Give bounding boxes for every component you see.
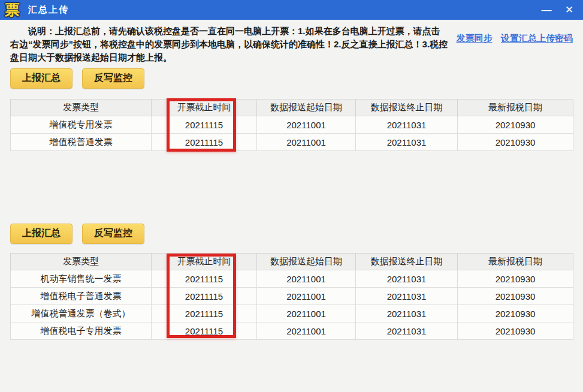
table-cell: 20211001	[257, 116, 356, 134]
table-cell: 20210930	[458, 322, 573, 340]
table-cell: 增值税专用发票	[11, 116, 152, 134]
table-cell: 20211115	[152, 288, 257, 305]
table-row: 机动车销售统一发票 20211115 20211001 20211031 202…	[11, 270, 573, 288]
report-summary-button-1[interactable]: 上报汇总	[10, 68, 73, 89]
invoice-table-2: 发票类型 开票截止时间 数据报送起始日期 数据报送终止日期 最新报税日期 机动车…	[10, 253, 573, 340]
invoice-table-1-wrap: 发票类型 开票截止时间 数据报送起始日期 数据报送终止日期 最新报税日期 增值税…	[10, 99, 573, 151]
window-title: 汇总上传	[28, 4, 69, 16]
column-header-report-start-date: 数据报送起始日期	[257, 99, 356, 116]
report-summary-button-2[interactable]: 上报汇总	[10, 224, 73, 244]
table-row: 增值税普通发票 20211115 20211001 20211031 20210…	[11, 134, 573, 151]
column-header-latest-tax-date: 最新报税日期	[458, 254, 573, 270]
table-row: 增值税电子专用发票 20211115 20211001 20211031 202…	[11, 322, 573, 340]
table-header-row: 发票类型 开票截止时间 数据报送起始日期 数据报送终止日期 最新报税日期	[11, 99, 573, 116]
table-cell: 20211031	[356, 270, 458, 288]
column-header-issue-deadline: 开票截止时间	[152, 99, 257, 116]
table-cell: 增值税电子普通发票	[11, 288, 152, 305]
table-cell: 20211031	[356, 305, 458, 322]
table-cell: 20211031	[356, 134, 458, 151]
table-cell: 机动车销售统一发票	[11, 270, 152, 288]
column-header-report-end-date: 数据报送终止日期	[356, 254, 458, 270]
table-cell: 20211115	[152, 305, 257, 322]
table-cell: 20211115	[152, 134, 257, 151]
table-cell: 增值税普通发票（卷式）	[11, 305, 152, 322]
close-icon[interactable]: ✕	[563, 5, 576, 15]
column-header-issue-deadline: 开票截止时间	[152, 254, 257, 270]
table-cell: 20210930	[458, 288, 573, 305]
table-row: 增值税电子普通发票 20211115 20211001 20211031 202…	[11, 288, 573, 305]
table-cell: 20211031	[356, 116, 458, 134]
notice-text: 说明：上报汇总前，请先确认该税控盘是否一直在同一电脑上开票：1.如果在多台电脑上…	[10, 25, 448, 64]
table-row: 增值税专用发票 20211115 20211001 20211031 20210…	[11, 116, 573, 134]
invoice-sync-link[interactable]: 发票同步	[457, 33, 493, 43]
table-cell: 20211001	[257, 288, 356, 305]
table-cell: 20210930	[458, 270, 573, 288]
title-bar: 票 汇总上传 — ✕	[0, 0, 583, 20]
window-controls: — ✕	[540, 5, 576, 15]
table-header-row: 发票类型 开票截止时间 数据报送起始日期 数据报送终止日期 最新报税日期	[11, 254, 573, 270]
table-cell: 20211001	[257, 134, 356, 151]
minimize-icon[interactable]: —	[540, 5, 553, 15]
column-header-latest-tax-date: 最新报税日期	[458, 99, 573, 116]
table-cell: 20211001	[257, 322, 356, 340]
invoice-table-1: 发票类型 开票截止时间 数据报送起始日期 数据报送终止日期 最新报税日期 增值税…	[10, 99, 573, 151]
notice-row: 说明：上报汇总前，请先确认该税控盘是否一直在同一电脑上开票：1.如果在多台电脑上…	[10, 25, 573, 64]
table-cell: 20211115	[152, 116, 257, 134]
table-cell: 20210930	[458, 134, 573, 151]
table-row: 增值税普通发票（卷式） 20211115 20211001 20211031 2…	[11, 305, 573, 322]
app-ticket-icon: 票	[5, 2, 20, 17]
button-row-1: 上报汇总 反写监控	[10, 68, 573, 89]
column-header-invoice-type: 发票类型	[11, 254, 152, 270]
set-upload-password-link[interactable]: 设置汇总上传密码	[501, 33, 573, 43]
table-cell: 20211031	[356, 322, 458, 340]
table-cell: 增值税电子专用发票	[11, 322, 152, 340]
button-row-2: 上报汇总 反写监控	[10, 224, 573, 244]
table-cell: 20210930	[458, 305, 573, 322]
table-cell: 增值税普通发票	[11, 134, 152, 151]
column-header-report-end-date: 数据报送终止日期	[356, 99, 458, 116]
column-header-report-start-date: 数据报送起始日期	[257, 254, 356, 270]
table-cell: 20211001	[257, 305, 356, 322]
column-header-invoice-type: 发票类型	[11, 99, 152, 116]
table-cell: 20210930	[458, 116, 573, 134]
main-content: 说明：上报汇总前，请先确认该税控盘是否一直在同一电脑上开票：1.如果在多台电脑上…	[0, 20, 583, 340]
invoice-table-2-wrap: 发票类型 开票截止时间 数据报送起始日期 数据报送终止日期 最新报税日期 机动车…	[10, 253, 573, 340]
table-cell: 20211001	[257, 270, 356, 288]
table-cell: 20211031	[356, 288, 458, 305]
table-cell: 20211115	[152, 322, 257, 340]
table-cell: 20211115	[152, 270, 257, 288]
top-right-links: 发票同步 设置汇总上传密码	[451, 33, 573, 44]
writeback-monitor-button-1[interactable]: 反写监控	[82, 68, 144, 89]
writeback-monitor-button-2[interactable]: 反写监控	[82, 224, 144, 244]
